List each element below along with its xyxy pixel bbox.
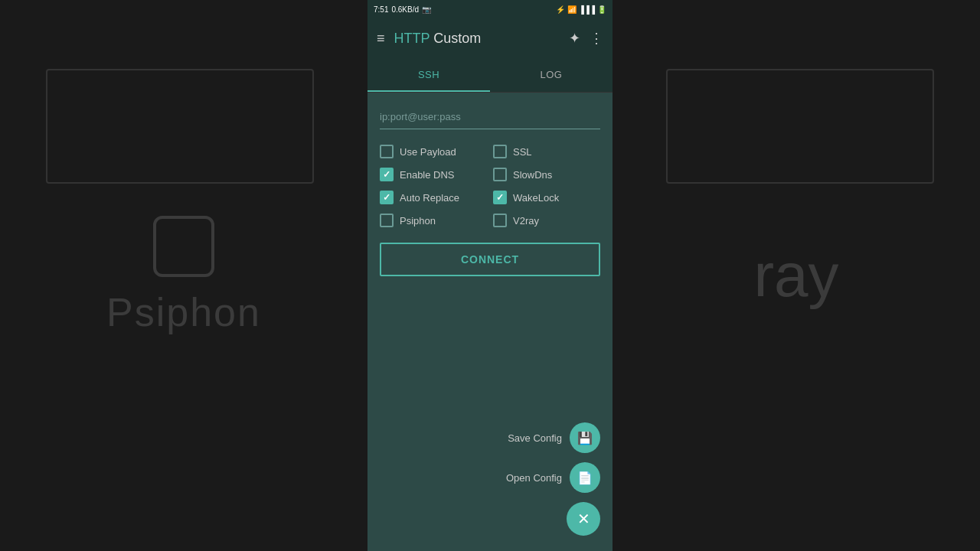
checkbox-v2ray[interactable]: V2ray bbox=[493, 214, 600, 227]
psiphon-icon bbox=[153, 216, 214, 277]
fab-area: Save Config 💾 Open Config 📄 ✕ bbox=[506, 422, 600, 536]
slow-dns-checkbox[interactable] bbox=[493, 168, 507, 181]
status-time: 7:51 bbox=[374, 5, 388, 14]
save-config-button[interactable]: 💾 bbox=[570, 422, 600, 453]
wakelock-label: WakeLock bbox=[513, 192, 559, 204]
checkbox-use-payload[interactable]: Use Payload bbox=[380, 145, 487, 158]
use-payload-label: Use Payload bbox=[400, 146, 456, 158]
ssl-label: SSL bbox=[513, 146, 532, 158]
open-config-button[interactable]: 📄 bbox=[570, 462, 600, 493]
status-data: 0.6KB/d bbox=[391, 5, 419, 14]
status-left: 7:51 0.6KB/d 📷 bbox=[374, 5, 431, 14]
open-config-item: Open Config 📄 bbox=[506, 462, 600, 493]
right-overlay-rect bbox=[666, 69, 934, 184]
checkbox-psiphon[interactable]: Psiphon bbox=[380, 214, 487, 227]
star-icon[interactable]: ✦ bbox=[569, 30, 580, 47]
checkbox-ssl[interactable]: SSL bbox=[493, 145, 600, 158]
v2ray-checkbox[interactable] bbox=[493, 214, 507, 227]
menu-icon[interactable]: ≡ bbox=[377, 31, 385, 47]
tab-bar: SSH LOG bbox=[368, 58, 612, 93]
checkbox-wakelock[interactable]: WakeLock bbox=[493, 191, 600, 204]
tab-log[interactable]: LOG bbox=[490, 58, 612, 92]
signal-icon: ▐▐▐ bbox=[579, 5, 595, 14]
fab-close-button[interactable]: ✕ bbox=[567, 502, 600, 536]
status-bar: 7:51 0.6KB/d 📷 ⚡ 📶 ▐▐▐ 🔋 bbox=[368, 0, 612, 18]
auto-replace-checkbox[interactable] bbox=[380, 191, 394, 204]
main-content: Use Payload SSL Enable DNS SlowDns Auto … bbox=[368, 93, 612, 551]
psiphon-text: Psiphon bbox=[106, 289, 261, 335]
slow-dns-label: SlowDns bbox=[513, 169, 552, 181]
connect-button[interactable]: CONNECT bbox=[380, 243, 600, 276]
enable-dns-checkbox[interactable] bbox=[380, 168, 394, 181]
open-config-label: Open Config bbox=[506, 472, 562, 484]
more-options-icon[interactable]: ⋮ bbox=[590, 30, 603, 47]
title-http: HTTP bbox=[394, 31, 430, 46]
title-custom: Custom bbox=[430, 31, 481, 46]
psiphon-label: Psiphon bbox=[400, 215, 436, 227]
ssl-checkbox[interactable] bbox=[493, 145, 507, 158]
checkbox-auto-replace[interactable]: Auto Replace bbox=[380, 191, 487, 204]
v2ray-label: V2ray bbox=[513, 215, 539, 227]
ssh-input-container bbox=[380, 108, 600, 129]
checkbox-slow-dns[interactable]: SlowDns bbox=[493, 168, 600, 181]
enable-dns-label: Enable DNS bbox=[400, 169, 455, 181]
app-title: HTTP Custom bbox=[394, 31, 560, 47]
save-config-item: Save Config 💾 bbox=[508, 422, 600, 453]
checkbox-enable-dns[interactable]: Enable DNS bbox=[380, 168, 487, 181]
checkboxes-grid: Use Payload SSL Enable DNS SlowDns Auto … bbox=[380, 145, 600, 227]
tab-ssh[interactable]: SSH bbox=[368, 58, 490, 92]
bluetooth-icon: ⚡ bbox=[556, 5, 565, 14]
header-actions: ✦ ⋮ bbox=[569, 30, 603, 47]
battery-icon: 🔋 bbox=[597, 5, 606, 14]
save-config-label: Save Config bbox=[508, 432, 562, 444]
ray-text: ray bbox=[753, 240, 838, 311]
use-payload-checkbox[interactable] bbox=[380, 145, 394, 158]
status-right: ⚡ 📶 ▐▐▐ 🔋 bbox=[556, 5, 606, 14]
wifi-icon: 📶 bbox=[567, 5, 577, 14]
video-icon: 📷 bbox=[422, 5, 431, 14]
psiphon-checkbox[interactable] bbox=[380, 214, 394, 227]
left-overlay-rect bbox=[46, 69, 314, 184]
phone-frame: 7:51 0.6KB/d 📷 ⚡ 📶 ▐▐▐ 🔋 ≡ HTTP Custom ✦… bbox=[368, 0, 612, 551]
ssh-input[interactable] bbox=[380, 108, 600, 129]
app-header: ≡ HTTP Custom ✦ ⋮ bbox=[368, 18, 612, 58]
wakelock-checkbox[interactable] bbox=[493, 191, 507, 204]
auto-replace-label: Auto Replace bbox=[400, 192, 459, 204]
